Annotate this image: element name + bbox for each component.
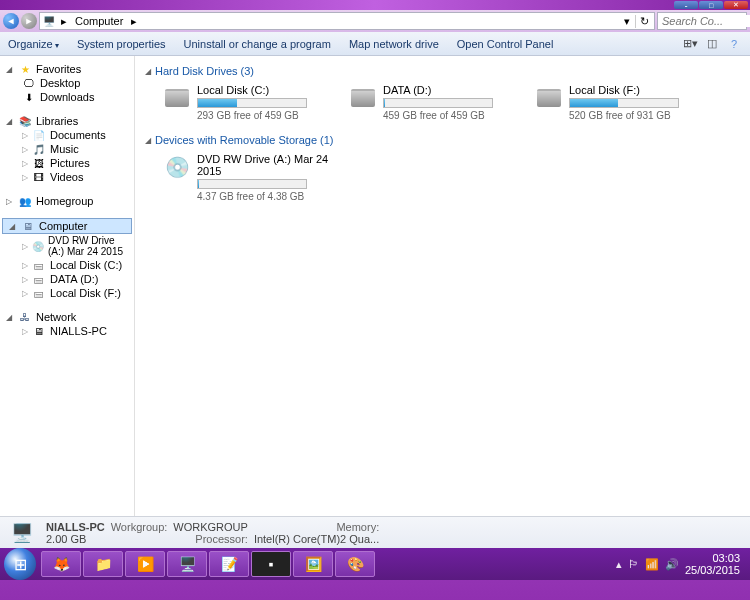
drive-usage-bar — [383, 98, 493, 108]
drive-icon — [163, 84, 191, 112]
details-processor: Intel(R) Core(TM)2 Qua... — [254, 533, 379, 545]
star-icon: ★ — [18, 63, 32, 75]
category-hdd[interactable]: ◢Hard Disk Drives (3) — [145, 62, 740, 80]
breadcrumb[interactable]: ▸ Computer ▸ ▾ ↻ — [39, 12, 655, 30]
taskbar-firefox[interactable]: 🦊 — [41, 551, 81, 577]
category-removable[interactable]: ◢Devices with Removable Storage (1) — [145, 131, 740, 149]
drive-free-text: 293 GB free of 459 GB — [197, 110, 333, 121]
nav-network-pc[interactable]: ▷🖥NIALLS-PC — [0, 324, 134, 338]
close-button[interactable]: ✕ — [724, 1, 748, 9]
drive-usage-bar — [197, 98, 307, 108]
minimize-button[interactable]: ﹘ — [674, 1, 698, 9]
drive-item[interactable]: Local Disk (F:)520 GB free of 931 GB — [535, 84, 705, 121]
taskbar-app3[interactable]: 🖼️ — [293, 551, 333, 577]
libraries-header[interactable]: ◢📚Libraries — [0, 114, 134, 128]
details-memory: 2.00 GB — [46, 533, 105, 545]
drive-name: Local Disk (C:) — [197, 84, 333, 96]
maximize-button[interactable]: □ — [699, 1, 723, 9]
drive-icon — [349, 84, 377, 112]
navigation-pane: ◢★Favorites 🖵Desktop ⬇Downloads ◢📚Librar… — [0, 56, 135, 516]
computer-icon — [42, 15, 56, 27]
computer-header[interactable]: ◢🖥Computer — [2, 218, 132, 234]
tray-volume-icon[interactable]: 🔊 — [665, 558, 679, 571]
computer-icon: 🖥 — [21, 220, 35, 232]
drive-usage-bar — [569, 98, 679, 108]
preview-pane-icon[interactable]: ◫ — [704, 36, 720, 52]
drive-item[interactable]: Local Disk (C:)293 GB free of 459 GB — [163, 84, 333, 121]
nav-music[interactable]: ▷🎵Music — [0, 142, 134, 156]
search-field[interactable] — [662, 15, 750, 27]
taskbar-explorer[interactable]: 📁 — [83, 551, 123, 577]
forward-button[interactable]: ► — [21, 13, 37, 29]
favorites-header[interactable]: ◢★Favorites — [0, 62, 134, 76]
nav-desktop[interactable]: 🖵Desktop — [0, 76, 134, 90]
music-icon: 🎵 — [32, 143, 46, 155]
drive-item[interactable]: DVD RW Drive (A:) Mar 24 20154.37 GB fre… — [163, 153, 333, 202]
back-button[interactable]: ◄ — [3, 13, 19, 29]
desktop-icon: 🖵 — [22, 77, 36, 89]
nav-pictures[interactable]: ▷🖼Pictures — [0, 156, 134, 170]
tray-flag-icon[interactable]: 🏳 — [628, 558, 639, 570]
taskbar-app1[interactable]: 🖥️ — [167, 551, 207, 577]
drive-icon: 🖴 — [32, 259, 46, 271]
nav-local-f[interactable]: ▷🖴Local Disk (F:) — [0, 286, 134, 300]
view-options-icon[interactable]: ⊞▾ — [682, 36, 698, 52]
system-tray: ▴ 🏳 📶 🔊 03:03 25/03/2015 — [616, 552, 746, 576]
organize-menu[interactable]: Organize — [8, 38, 59, 50]
nav-data-d[interactable]: ▷🖴DATA (D:) — [0, 272, 134, 286]
drive-icon — [163, 153, 191, 181]
start-button[interactable] — [4, 548, 36, 580]
breadcrumb-item[interactable]: Computer — [72, 15, 126, 27]
details-name: NIALLS-PC — [46, 521, 105, 533]
taskbar-paint[interactable]: 🎨 — [335, 551, 375, 577]
drive-free-text: 4.37 GB free of 4.38 GB — [197, 191, 333, 202]
content-pane: ◢Hard Disk Drives (3) Local Disk (C:)293… — [135, 56, 750, 516]
pc-icon: 🖥 — [32, 325, 46, 337]
taskbar-terminal[interactable]: ▪ — [251, 551, 291, 577]
drive-name: Local Disk (F:) — [569, 84, 705, 96]
drive-icon: 🖴 — [32, 273, 46, 285]
details-workgroup: WORKGROUP — [173, 521, 248, 533]
nav-documents[interactable]: ▷📄Documents — [0, 128, 134, 142]
downloads-icon: ⬇ — [22, 91, 36, 103]
drive-item[interactable]: DATA (D:)459 GB free of 459 GB — [349, 84, 519, 121]
dvd-icon: 💿 — [32, 240, 44, 252]
taskbar-media[interactable]: ▶️ — [125, 551, 165, 577]
control-panel-button[interactable]: Open Control Panel — [457, 38, 554, 50]
address-bar: ◄ ► ▸ Computer ▸ ▾ ↻ 🔍 — [0, 10, 750, 32]
network-icon: 🖧 — [18, 311, 32, 323]
libraries-icon: 📚 — [18, 115, 32, 127]
help-icon[interactable]: ? — [726, 36, 742, 52]
drive-free-text: 459 GB free of 459 GB — [383, 110, 519, 121]
titlebar: ﹘ □ ✕ — [0, 0, 750, 10]
documents-icon: 📄 — [32, 129, 46, 141]
nav-videos[interactable]: ▷🎞Videos — [0, 170, 134, 184]
nav-dvd-drive[interactable]: ▷💿DVD RW Drive (A:) Mar 24 2015 — [0, 234, 134, 258]
details-pane: 🖥️ NIALLS-PC Workgroup: WORKGROUP Memory… — [0, 516, 750, 548]
drive-usage-bar — [197, 179, 307, 189]
homegroup-header[interactable]: ▷👥Homegroup — [0, 194, 134, 208]
toolbar: Organize System properties Uninstall or … — [0, 32, 750, 56]
drive-icon: 🖴 — [32, 287, 46, 299]
drive-icon — [535, 84, 563, 112]
drive-free-text: 520 GB free of 931 GB — [569, 110, 705, 121]
uninstall-button[interactable]: Uninstall or change a program — [184, 38, 331, 50]
taskbar-clock[interactable]: 03:03 25/03/2015 — [685, 552, 740, 576]
taskbar: 🦊 📁 ▶️ 🖥️ 📝 ▪ 🖼️ 🎨 ▴ 🏳 📶 🔊 03:03 25/03/2… — [0, 548, 750, 580]
tray-show-hidden-icon[interactable]: ▴ — [616, 558, 622, 571]
nav-local-c[interactable]: ▷🖴Local Disk (C:) — [0, 258, 134, 272]
pictures-icon: 🖼 — [32, 157, 46, 169]
tray-network-icon[interactable]: 📶 — [645, 558, 659, 571]
taskbar-app2[interactable]: 📝 — [209, 551, 249, 577]
drive-name: DATA (D:) — [383, 84, 519, 96]
computer-icon: 🖥️ — [8, 521, 36, 545]
nav-downloads[interactable]: ⬇Downloads — [0, 90, 134, 104]
drive-name: DVD RW Drive (A:) Mar 24 2015 — [197, 153, 333, 177]
search-input[interactable]: 🔍 — [657, 12, 747, 30]
videos-icon: 🎞 — [32, 171, 46, 183]
homegroup-icon: 👥 — [18, 195, 32, 207]
system-properties-button[interactable]: System properties — [77, 38, 166, 50]
map-drive-button[interactable]: Map network drive — [349, 38, 439, 50]
network-header[interactable]: ◢🖧Network — [0, 310, 134, 324]
